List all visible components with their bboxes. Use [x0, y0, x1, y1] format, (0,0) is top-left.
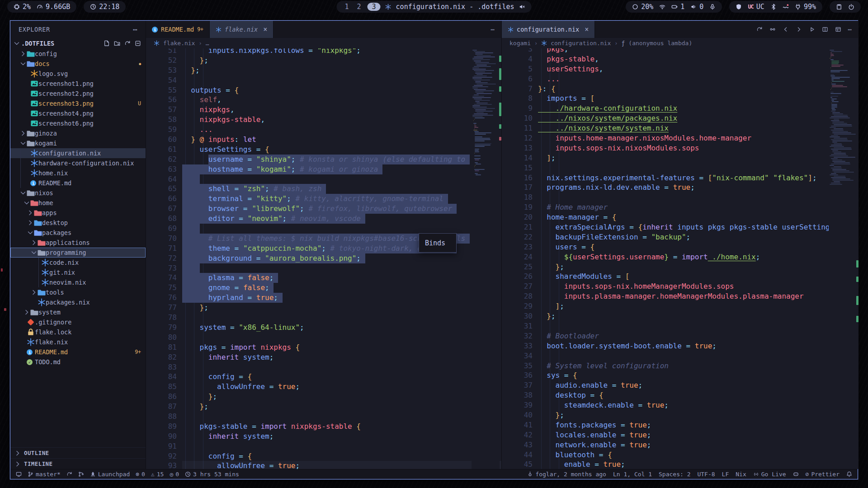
more-button[interactable]: ⋯ [848, 26, 852, 33]
tab-flake.nix[interactable]: flake.nix× [210, 21, 274, 38]
tree-item-screenshot1.png[interactable]: screenshot1.png [10, 79, 146, 89]
launchpad-button[interactable]: Launchpad [90, 471, 130, 478]
topbar-item-gauge[interactable]: 9.66GB [37, 3, 70, 11]
editor-content[interactable]: 3456789101112131415161718192021222324252… [502, 48, 859, 469]
tree-item-packages[interactable]: packages [10, 228, 146, 238]
split-button[interactable] [822, 26, 828, 33]
tree-item-neovim.nix[interactable]: neovim.nix [10, 277, 146, 287]
layout-button[interactable] [835, 26, 841, 33]
back-button[interactable] [783, 26, 789, 33]
new-folder-button[interactable] [114, 40, 120, 47]
tree-item-home[interactable]: home [10, 198, 146, 208]
workspace-1[interactable]: 1 [343, 3, 351, 11]
tree-item-docs[interactable]: docs● [10, 59, 146, 69]
tree-item-screenshot2.png[interactable]: screenshot2.png [10, 89, 146, 99]
git-graph-button[interactable] [78, 471, 84, 477]
refresh-button[interactable] [124, 40, 131, 47]
language-mode-button[interactable]: Nix [736, 471, 746, 478]
explorer-more-button[interactable]: ⋯ [133, 25, 137, 34]
sidebar-section-timeline[interactable]: TIMELINE [10, 458, 146, 469]
errors-button[interactable]: ⊗0 [136, 471, 145, 478]
topbar-item-clock[interactable]: 22:18 [90, 3, 119, 11]
tree-item-code.nix[interactable]: code.nix [10, 258, 146, 267]
tree-item-home.nix[interactable]: home.nix [10, 168, 146, 178]
topbar-item-wifi[interactable] [659, 4, 665, 10]
git-branch-button[interactable]: master* [28, 471, 61, 478]
topbar-item-bluetooth[interactable] [770, 4, 777, 10]
close-icon[interactable]: × [585, 25, 589, 33]
notifications-button[interactable] [846, 471, 852, 477]
prettier-button[interactable]: ⊘Prettier [806, 471, 840, 478]
forward-button[interactable] [796, 26, 802, 33]
tree-item-git.nix[interactable]: git.nix [10, 267, 146, 277]
tree-item-readme.md[interactable]: iREADME.md [10, 178, 146, 188]
more-button[interactable]: ⋯ [491, 26, 495, 33]
topbar-item-plug[interactable]: 99% [795, 3, 816, 11]
remote-window-button[interactable] [16, 471, 22, 477]
tree-item-tools[interactable]: tools [10, 287, 146, 297]
tree-item-apps[interactable]: apps [10, 208, 146, 218]
copilot-button[interactable] [793, 471, 799, 477]
indentation-button[interactable]: Spaces: 2 [659, 471, 690, 478]
ports-button[interactable]: ◎0 [170, 471, 179, 478]
tree-item-config[interactable]: config [10, 49, 146, 59]
tree-item-nixos[interactable]: nixos [10, 188, 146, 198]
topbar-item-shield[interactable] [736, 4, 742, 10]
tree-item-logo.svg[interactable]: logo.svg [10, 69, 146, 79]
compare-button[interactable] [769, 26, 776, 33]
tree-item-readme.md[interactable]: iREADME.md9+ [10, 347, 146, 357]
topbar-item-uc-tray[interactable]: UCUC [748, 3, 764, 11]
new-file-button[interactable] [104, 40, 110, 47]
speaker-icon [690, 4, 697, 10]
tree-item-applications[interactable]: applications [10, 238, 146, 248]
topbar-item-mic[interactable] [709, 4, 716, 10]
close-icon[interactable]: × [263, 25, 267, 33]
topbar-item-clipboard[interactable] [836, 4, 842, 10]
minimap[interactable] [829, 48, 857, 469]
collapse-all-button[interactable] [135, 40, 141, 47]
tree-item-todo.md[interactable]: ✓TODO.md [10, 357, 146, 367]
sync-button[interactable] [756, 26, 763, 33]
tree-item-screenshot3.png[interactable]: screenshot3.pngU [10, 99, 146, 108]
topbar-item-cpu[interactable]: 2% [14, 3, 31, 11]
cursor-position-button[interactable]: Ln 1, Col 1 [613, 471, 652, 478]
topbar-item-power[interactable] [848, 4, 854, 10]
tree-item-screenshot4.png[interactable]: screenshot4.png [10, 108, 146, 118]
tree-item-hardware-configuration.nix[interactable]: hardware-configuration.nix [10, 158, 146, 168]
topbar-item-battery[interactable]: 1 [671, 3, 684, 11]
workspace-3[interactable]: 3 [368, 3, 381, 11]
code-line [182, 263, 501, 273]
editor-content[interactable]: 5152535455565758596061626364656667686970… [146, 48, 501, 469]
tree-item-flake.nix[interactable]: flake.nix [10, 337, 146, 347]
tree-item-screenshot6.png[interactable]: screenshot6.png [10, 118, 146, 128]
sidebar-section-outline[interactable]: OUTLINE [10, 447, 146, 458]
tree-item-ginoza[interactable]: ginoza [10, 128, 146, 138]
tree-item-flake.lock[interactable]: flake.lock [10, 327, 146, 337]
workspace-root-row[interactable]: .DOTFILES [10, 38, 146, 49]
topbar-item-wave[interactable] [783, 4, 789, 10]
breadcrumb[interactable]: kogami›configuration.nix›ƒ(anonymous lam… [502, 38, 859, 48]
git-blame-item[interactable]: foglar, 2 months ago [527, 471, 606, 478]
tree-item-kogami[interactable]: kogami [10, 138, 146, 148]
go-live-button[interactable]: Go Live [753, 471, 786, 478]
topbar-item-brightness[interactable]: 20% [632, 3, 653, 11]
tree-item-configuration.nix[interactable]: configuration.nix [10, 148, 146, 158]
time-tracker-button[interactable]: 3 hrs 53 mins [185, 471, 239, 478]
topbar-item-speaker[interactable]: 0 [690, 3, 703, 11]
tab-configuration.nix[interactable]: configuration.nix× [502, 21, 595, 38]
tree-item-programming[interactable]: programming [10, 248, 146, 258]
tree-item-packages.nix[interactable]: packages.nix [10, 297, 146, 307]
breadcrumb[interactable]: flake.nix›… [146, 38, 501, 48]
minimap[interactable] [472, 48, 500, 469]
eol-button[interactable]: LF [722, 471, 729, 478]
tree-item-desktop[interactable]: desktop [10, 218, 146, 228]
tab-readme.md[interactable]: iREADME.md9+ [146, 21, 210, 38]
tree-item-.gitignore[interactable]: .gitignore [10, 317, 146, 327]
run-button[interactable] [809, 26, 815, 33]
workspace-2[interactable]: 2 [355, 3, 363, 11]
warnings-button[interactable]: ⚠15 [151, 471, 164, 478]
tree-item-system[interactable]: system [10, 307, 146, 317]
encoding-button[interactable]: UTF-8 [697, 471, 715, 478]
explorer-title: EXPLORER [19, 26, 50, 33]
sync-button[interactable] [66, 471, 72, 477]
